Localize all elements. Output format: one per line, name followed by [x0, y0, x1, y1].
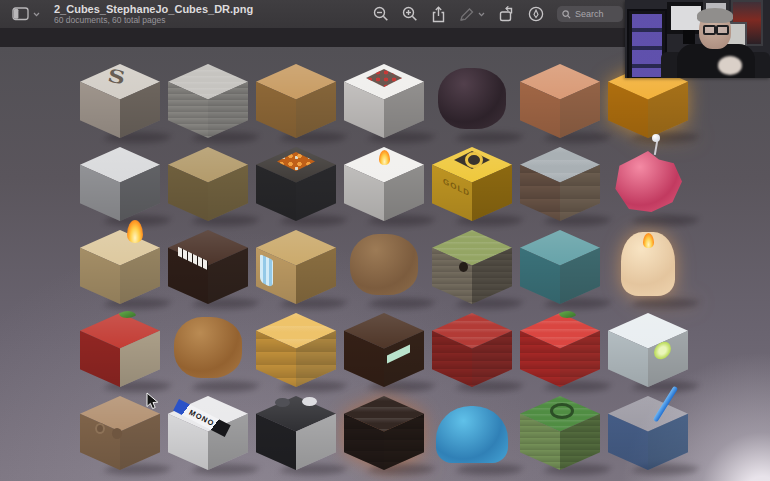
- cube-mint-chocolate-cake: [344, 313, 424, 387]
- cube-terracotta-clay: [520, 64, 600, 138]
- window-subtitle: 60 documents, 60 total pages: [54, 16, 253, 25]
- zoom-out-icon: [373, 6, 389, 22]
- wall-speaker: [683, 30, 695, 44]
- cube-pink-crystal: [608, 147, 688, 221]
- search-field[interactable]: Search: [557, 6, 623, 22]
- person-body: [677, 44, 755, 78]
- cube-melting-candle: [608, 230, 688, 304]
- cube-bronze-sculpture: [168, 147, 248, 221]
- search-placeholder: Search: [575, 9, 604, 19]
- pen-circle-icon: [528, 6, 544, 22]
- cube-brick: [256, 64, 336, 138]
- cube-grid: SGOLDMONO: [76, 61, 692, 476]
- search-icon: [562, 10, 571, 19]
- markup-toolbar-button[interactable]: [528, 6, 544, 22]
- cube-raw-beef: [432, 313, 512, 387]
- cube-swiss-cheese: [256, 313, 336, 387]
- person-hand: [718, 56, 742, 75]
- sidebar-toggle-button[interactable]: [10, 5, 42, 23]
- share-icon: [431, 6, 446, 23]
- cube-body: [614, 151, 682, 212]
- person-glasses: [703, 25, 716, 35]
- cube-marble-tealight: [344, 147, 424, 221]
- cube-stone-carved-s: S: [80, 64, 160, 138]
- window-title: 2_Cubes_StephaneJo_Cubes_DR.png: [54, 3, 253, 15]
- cube-ice-lime: [608, 313, 688, 387]
- rotate-left-icon: [498, 6, 515, 22]
- cube-gold-ring-box: GOLD: [432, 147, 512, 221]
- cube-cheese-stuffed-bun: [168, 313, 248, 387]
- title-block: 2_Cubes_StephaneJo_Cubes_DR.png 60 docum…: [54, 3, 253, 25]
- cube-panda-lego-brick: [256, 396, 336, 470]
- markup-dropdown-button[interactable]: [478, 12, 485, 17]
- cube-rusted-metal: [520, 147, 600, 221]
- cube-body: [621, 232, 675, 296]
- toolbar: Search: [373, 0, 623, 28]
- cube-green-sponge: [520, 396, 600, 470]
- mouse-cursor: [146, 392, 159, 410]
- cube-body: [174, 317, 242, 378]
- cube-body: [438, 68, 506, 129]
- zoom-out-button[interactable]: [373, 6, 389, 22]
- cube-lava-rock: [344, 396, 424, 470]
- cube-marble-planter: [344, 64, 424, 138]
- cube-obsidian-rock: [432, 64, 512, 138]
- cube-glass-water-tank: [608, 396, 688, 470]
- cube-apple: [80, 313, 160, 387]
- share-button[interactable]: [431, 6, 446, 23]
- markup-group: [459, 7, 485, 22]
- cube-burning-wood: [80, 230, 160, 304]
- rotate-button[interactable]: [498, 6, 515, 22]
- zoom-in-button[interactable]: [402, 6, 418, 22]
- cube-teal-stool: [520, 230, 600, 304]
- cube-wooden-piano: [168, 230, 248, 304]
- cube-body: [350, 234, 418, 295]
- markup-chevron-icon: [478, 12, 485, 17]
- sidebar-icon: [12, 7, 30, 21]
- cube-granite-drawer: [168, 64, 248, 138]
- webcam-overlay: [625, 0, 770, 78]
- markup-pencil-icon: [459, 7, 475, 22]
- cubes-artwork-image: SGOLDMONO: [0, 47, 770, 481]
- chevron-down-icon: [33, 12, 40, 17]
- markup-pencil-button[interactable]: [459, 7, 475, 22]
- cube-wooden-crate-towel: [256, 230, 336, 304]
- cube-embossed-silver: [80, 147, 160, 221]
- cube-strawberry: [520, 313, 600, 387]
- cube-tree-stump-table: [344, 230, 424, 304]
- cube-blue-jelly: [432, 396, 512, 470]
- title-bar-left: 2_Cubes_StephaneJo_Cubes_DR.png 60 docum…: [0, 3, 253, 25]
- cube-mono-carton: MONO: [168, 396, 248, 470]
- cube-hotpot: [256, 147, 336, 221]
- preview-window: 2_Cubes_StephaneJo_Cubes_DR.png 60 docum…: [0, 0, 770, 481]
- zoom-in-icon: [402, 6, 418, 22]
- cube-body: [436, 406, 508, 463]
- cube-mossy-birdhouse: [432, 230, 512, 304]
- person-hair: [697, 8, 733, 23]
